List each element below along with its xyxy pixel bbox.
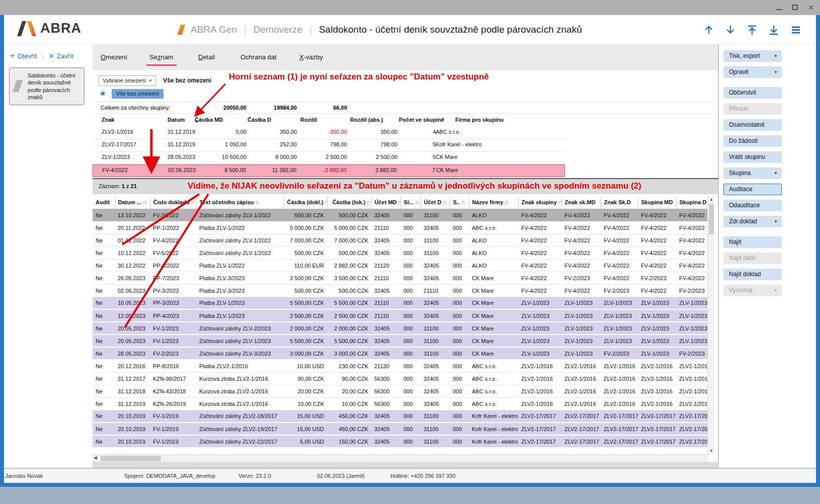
bottom-table-row[interactable]: Ne31.12.2018KZN-43/2018Kurzová ztráta ZL… (93, 385, 714, 397)
col-text-etn-ho-z-pisu[interactable]: Text účetního zápisu□ (196, 196, 284, 209)
col-n-zev-firmy[interactable]: Název firmy□ (469, 196, 518, 209)
column-filter-box-icon[interactable]: □ (462, 200, 464, 205)
col-datum[interactable]: Datum (168, 117, 185, 123)
sidebar-button-do-žádostí[interactable]: Do žádostí (723, 135, 782, 147)
cell-castka-md: 10 500,00 (222, 154, 247, 160)
bottom-table-row[interactable]: Ne26.05.2023PP-7/2023Platba ZLV-3/20233 … (93, 272, 714, 284)
bottom-table-row[interactable]: Ne13.10.2022FV-3/2022Zúčtování zálohy ZL… (93, 209, 714, 221)
col--stka-dokl-[interactable]: Částka (dokl.)□ (284, 196, 327, 209)
arrow-down-icon[interactable] (725, 25, 736, 35)
bottom-table-row[interactable]: Ne10.12.2022FV-5/2022Zúčtování zálohy ZL… (93, 246, 714, 259)
hscroll-thumb[interactable] (101, 456, 161, 461)
col-datum-[interactable]: Datum ...□ (115, 196, 150, 209)
open-agenda-card[interactable]: Saldokonto - účetní deník souvztažně pod… (9, 67, 85, 105)
column-filter-box-icon[interactable]: □ (559, 200, 561, 205)
minimize-icon[interactable] (776, 4, 782, 12)
col-castka-d[interactable]: Částka D (248, 117, 271, 123)
tab-seznam[interactable]: Seznam (149, 53, 174, 61)
col-rozdil[interactable]: Rozdíl (300, 117, 317, 123)
bottom-table-row[interactable]: Ne02.06.2023PV-3/2023Platba ZLV-3/202350… (93, 284, 714, 297)
sidebar-button-najít[interactable]: Najít (723, 236, 782, 248)
cell: 000 (400, 246, 421, 259)
column-filter-box-icon[interactable]: □ (192, 200, 194, 205)
column-filter-box-icon[interactable]: □ (325, 200, 327, 205)
tab-x-vazby[interactable]: X-vazby (299, 53, 323, 61)
col-st-[interactable]: St...□ (400, 196, 421, 209)
sidebar-button-odauditace[interactable]: Odauditace (723, 200, 782, 211)
sidebar-button-skupina[interactable]: Skupina▼ (723, 167, 782, 179)
sidebar-button-tisk-export[interactable]: Tisk, export▼ (723, 50, 782, 62)
vscroll-thumb[interactable] (709, 204, 714, 234)
bottom-table-row[interactable]: Ne20.11.2022PP-1/2022Platba ZLV-1/20225 … (93, 221, 714, 234)
column-filter-box-icon[interactable]: □ (399, 200, 400, 205)
arrow-up-icon[interactable] (704, 25, 714, 35)
column-filter-box-icon[interactable]: □ (367, 200, 370, 205)
bottom-table-row[interactable]: Ne01.12.2022FV-4/2022Zúčtování zálohy ZL… (93, 234, 714, 246)
scroll-down-icon[interactable]: ▼ (709, 449, 713, 453)
bottom-table-row[interactable]: Ne20.10.2019FV-1/2019Zúčtování zálohy ZL… (93, 423, 714, 435)
bottom-table-row[interactable]: Ne31.12.2017KZN-99/2017Kurzová ztráta ZL… (93, 372, 714, 385)
tab-ochrana-dat[interactable]: Ochrana dat (240, 53, 277, 61)
column-filter-box-icon[interactable]: □ (416, 200, 419, 205)
vertical-scrollbar[interactable]: ▲ ▼ (707, 196, 714, 454)
sidebar-button-vrátit-skupinu[interactable]: Vrátit skupinu (723, 151, 782, 163)
arrow-to-top-icon[interactable] (747, 25, 758, 35)
sidebar-button-osamostatnit[interactable]: Osamostatnit (723, 119, 782, 131)
cell: 5 500,00 CZK (327, 334, 371, 347)
col-skupina-md[interactable]: Skupina MD (638, 196, 676, 209)
bottom-table-row[interactable]: Ne12.05.2023PP-4/2023Platba ZLV-1/20232 … (93, 309, 714, 322)
col-s-[interactable]: S..□ (450, 196, 469, 209)
arrow-to-bottom-icon[interactable] (769, 25, 779, 35)
bottom-table-row[interactable]: Ne31.12.2019KZN-26/2019Kurzová ztráta ZL… (93, 397, 714, 410)
close-tab-button[interactable]: ✕Zavřít (49, 52, 73, 60)
sidebar-button-opravit[interactable]: Opravit▼ (723, 66, 782, 78)
bottom-table-row[interactable]: Ne20.10.2019FV-1/2019Zúčtování zálohy ZL… (93, 410, 714, 423)
col--et-md[interactable]: Účet MD□ (371, 196, 400, 209)
cell: Kofr Karel - elektro (469, 435, 518, 448)
col-pocet[interactable]: Počet ve skupině (399, 117, 444, 123)
col-znak[interactable]: Znak (102, 117, 115, 123)
column-filter-box-icon[interactable]: □ (143, 200, 146, 205)
favorite-star-icon[interactable]: ★ (99, 89, 106, 98)
sidebar-button-občerstvit[interactable]: Občerstvit (723, 87, 782, 99)
tab-omezen-[interactable]: Omezení (101, 53, 127, 61)
restriction-chip[interactable]: Vše bez omezení (112, 89, 163, 99)
col-znak-skupiny[interactable]: Znak skupiny□ (518, 196, 561, 209)
col--slo-dokladu[interactable]: Číslo dokladu□ (150, 196, 196, 209)
scroll-up-icon[interactable]: ▲ (709, 197, 713, 202)
top-table-row[interactable]: ZLV2-17/2017 31.12.2019 1 050,00252,00 7… (93, 139, 565, 152)
col--et-d[interactable]: Účet D□ (421, 196, 450, 209)
col-znak-sk-md[interactable]: Znak sk.MD (561, 196, 601, 209)
restriction-dropdown[interactable]: Vybrané omezení ▼ (99, 75, 156, 86)
open-button[interactable]: +Otevřít (10, 51, 37, 60)
sidebar-button-najít-doklad[interactable]: Najít doklad (723, 269, 782, 280)
bottom-table-row[interactable]: Ne28.05.2023FV-2/2023Zúčtování zálohy ZL… (93, 347, 714, 360)
sidebar-button-auditace[interactable]: Auditace (723, 184, 782, 195)
close-icon[interactable]: ✕ (808, 4, 814, 12)
column-filter-box-icon[interactable]: □ (443, 200, 446, 205)
top-table-row[interactable]: ZLV-1/2023 28.05.2023 10 500,008 000,00 … (93, 152, 565, 164)
bottom-table-row[interactable]: Ne10.05.2023PP-3/2023Platba ZLV-1/20235 … (93, 297, 714, 309)
col--stka-lok-[interactable]: Částka (lok.)□ (327, 196, 371, 209)
menu-icon[interactable] (790, 25, 801, 35)
col-audit[interactable]: Audit (93, 196, 115, 209)
bottom-table-row[interactable]: Ne20.05.2023FV-1/2023Zúčtování zálohy ZL… (93, 322, 714, 334)
bottom-table-row[interactable]: Ne30.12.2022PP-3/2022Platba ZLV-1/202211… (93, 259, 714, 272)
col-castka-md[interactable]: ▲Částka MD (195, 117, 223, 123)
col-firma[interactable]: Firma pro skupinu (455, 117, 504, 123)
col-znak-sk-d[interactable]: Znak Sk.D (601, 196, 638, 209)
cell: 90,00 CZK (327, 372, 371, 385)
bottom-table-row[interactable]: Ne20.12.2016PP-8/2016Platba ZLV2-1/20161… (93, 360, 714, 372)
scroll-left-icon[interactable]: ◀ (94, 455, 97, 460)
column-filter-box-icon[interactable]: □ (256, 200, 258, 205)
sidebar-button-zdr-doklad[interactable]: Zdr.doklad▼ (723, 216, 782, 227)
horizontal-scrollbar[interactable]: ◀ (93, 454, 707, 462)
top-table-row[interactable]: FV-4/2022 02.06.2023 8 500,0011 382,00 -… (93, 164, 565, 177)
top-table-row[interactable]: ZLV2-1/2016 31.12.2019 0,00350,00 -350,0… (93, 127, 565, 139)
tab-detail[interactable]: Detail (198, 53, 215, 61)
bottom-table-row[interactable]: Ne20.10.2019FV-1/2019Zúčtování zálohy ZL… (93, 435, 714, 448)
column-filter-box-icon[interactable]: □ (505, 200, 508, 205)
bottom-table-row[interactable]: Ne20.05.2023FV-1/2023Zúčtování zálohy ZL… (93, 334, 714, 347)
maximize-icon[interactable] (792, 4, 798, 12)
col-rozdil-abs[interactable]: Rozdíl (abs.) (350, 117, 383, 123)
